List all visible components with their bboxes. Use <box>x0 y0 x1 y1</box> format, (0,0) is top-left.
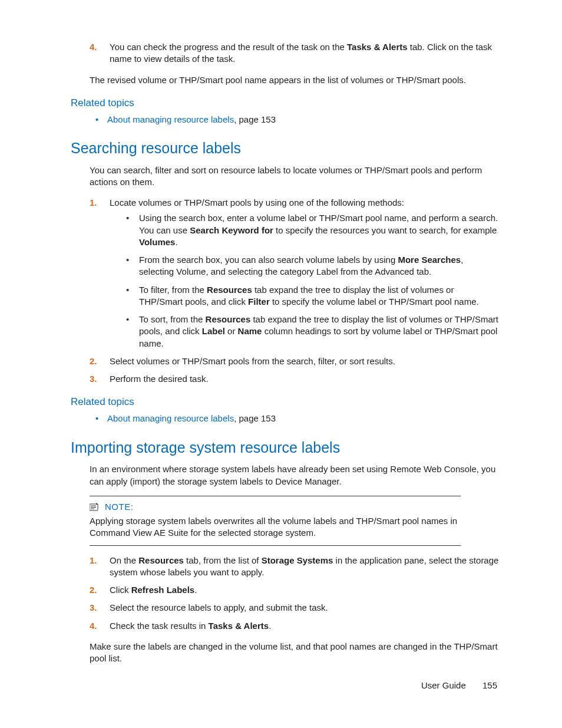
note-body: Applying storage system labels overwrite… <box>90 515 461 539</box>
heading-related-topics-1: Related topics <box>71 97 500 110</box>
list-item-step-2: 2. Select volumes or THP/Smart pools fro… <box>90 355 500 367</box>
step-number: 4. <box>90 41 97 53</box>
page-footer: User Guide 155 <box>421 680 497 691</box>
list-item-step-3: 3. Select the resource labels to apply, … <box>90 602 500 614</box>
bullet-item: To filter, from the Resources tab expand… <box>126 284 500 308</box>
paragraph-importing-intro: In an environment where storage system l… <box>90 463 500 487</box>
ordered-list-importing: 1. On the Resources tab, from the list o… <box>90 555 500 632</box>
step-text: You can check the progress and the resul… <box>110 42 492 64</box>
note-block: NOTE: Applying storage system labels ove… <box>90 496 461 546</box>
link-about-managing-resource-labels[interactable]: About managing resource labels <box>107 413 234 423</box>
step-text: Check the task results in Tasks & Alerts… <box>110 621 271 631</box>
step-text: Perform the desired task. <box>110 374 209 384</box>
step-number: 1. <box>90 197 97 209</box>
paragraph-importing-outro: Make sure the labels are changed in the … <box>90 641 500 665</box>
link-about-managing-resource-labels[interactable]: About managing resource labels <box>107 114 234 124</box>
ordered-list-top: 4. You can check the progress and the re… <box>90 41 500 65</box>
step-number: 3. <box>90 373 97 385</box>
step-text: Select volumes or THP/Smart pools from t… <box>110 356 395 366</box>
heading-searching-resource-labels: Searching resource labels <box>71 139 500 159</box>
related-topic-item: About managing resource labels, page 153 <box>95 114 500 126</box>
note-heading: NOTE: <box>90 501 461 513</box>
step-number: 2. <box>90 355 97 367</box>
bullet-item: To sort, from the Resources tab expand t… <box>126 314 500 350</box>
list-item-step-4: 4. Check the task results in Tasks & Ale… <box>90 620 500 632</box>
bullet-item: Using the search box, enter a volume lab… <box>126 212 500 248</box>
paragraph-result: The revised volume or THP/Smart pool nam… <box>90 74 500 86</box>
link-page-ref: , page 153 <box>234 114 276 124</box>
link-page-ref: , page 153 <box>234 413 276 423</box>
step-number: 4. <box>90 620 97 632</box>
ordered-list-searching: 1. Locate volumes or THP/Smart pools by … <box>90 197 500 385</box>
list-item-step-1: 1. Locate volumes or THP/Smart pools by … <box>90 197 500 350</box>
step-text: On the Resources tab, from the list of S… <box>110 555 498 577</box>
step-number: 1. <box>90 555 97 566</box>
list-item-step-4: 4. You can check the progress and the re… <box>90 41 500 65</box>
note-label: NOTE: <box>105 501 133 513</box>
paragraph-searching-intro: You can search, filter and sort on resou… <box>90 164 500 189</box>
heading-importing-resource-labels: Importing storage system resource labels <box>71 438 500 458</box>
related-topic-item: About managing resource labels, page 153 <box>95 413 500 424</box>
related-topics-list-2: About managing resource labels, page 153 <box>95 413 500 424</box>
bullet-item: From the search box, you can also search… <box>126 254 500 278</box>
step-text: Select the resource labels to apply, and… <box>110 602 328 612</box>
list-item-step-1: 1. On the Resources tab, from the list o… <box>90 555 500 579</box>
footer-label: User Guide <box>421 680 466 690</box>
heading-related-topics-2: Related topics <box>71 396 500 409</box>
page-number: 155 <box>482 680 497 690</box>
step-text: Locate volumes or THP/Smart pools by usi… <box>110 197 404 207</box>
related-topics-list-1: About managing resource labels, page 153 <box>95 114 500 126</box>
bullet-list-methods: Using the search box, enter a volume lab… <box>126 212 500 350</box>
step-number: 2. <box>90 584 97 596</box>
step-text: Click Refresh Labels. <box>110 585 197 595</box>
list-item-step-3: 3. Perform the desired task. <box>90 373 500 385</box>
note-icon <box>90 503 100 511</box>
step-number: 3. <box>90 602 97 614</box>
list-item-step-2: 2. Click Refresh Labels. <box>90 584 500 596</box>
